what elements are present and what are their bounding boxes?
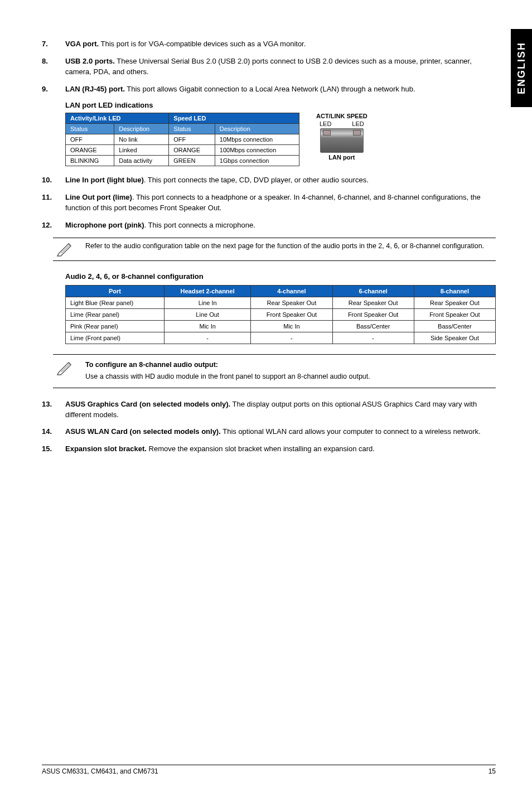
item-text: . This port connects a microphone. <box>144 221 255 229</box>
cell: ORANGE <box>66 145 114 156</box>
list-item: 14.ASUS WLAN Card (on selected models on… <box>42 427 496 437</box>
pencil-icon <box>56 360 74 376</box>
audio-block: Audio 2, 4, 6, or 8-channel configuratio… <box>65 272 496 344</box>
led-subheader: Description <box>114 124 169 134</box>
item-number: 10. <box>42 175 65 186</box>
audio-title: Audio 2, 4, 6, or 8-channel configuratio… <box>65 272 496 281</box>
note-box: Refer to the audio configuration table o… <box>53 238 496 261</box>
cell: Rear Speaker Out <box>332 297 414 308</box>
svg-line-3 <box>61 363 70 372</box>
table-row: Lime (Front panel)---Side Speaker Out <box>66 332 496 344</box>
cell: - <box>164 332 250 344</box>
note-title: To configure an 8-channel audio output: <box>85 360 370 370</box>
item-number: 13. <box>42 399 65 421</box>
cell: Bass/Center <box>414 320 495 332</box>
page-footer: ASUS CM6331, CM6431, and CM6731 15 <box>42 765 496 775</box>
item-number: 11. <box>42 192 65 214</box>
table-row: ORANGELinkedORANGE100Mbps connection <box>66 145 299 156</box>
cell: No link <box>114 134 169 145</box>
note-text: Refer to the audio configuration table o… <box>85 241 484 252</box>
led-subheader: Status <box>66 124 114 134</box>
led-header-speed: Speed LED <box>169 113 299 124</box>
cell: Lime (Front panel) <box>66 332 165 344</box>
item-body: ASUS WLAN Card (on selected models only)… <box>65 427 496 437</box>
led-subheader: Description <box>215 124 299 134</box>
header: Port <box>66 285 165 297</box>
item-body: LAN (RJ-45) port. This port allows Gigab… <box>65 84 496 95</box>
table-row: OFFNo linkOFF10Mbps connection <box>66 134 299 145</box>
item-text: This port is for VGA-compatible devices … <box>99 40 306 48</box>
item-text: This optional WLAN card allows your comp… <box>221 427 481 436</box>
item-lead: Line Out port (lime) <box>65 193 132 201</box>
cell: - <box>332 332 414 344</box>
cell: Rear Speaker Out <box>414 297 495 308</box>
page-number: 15 <box>489 767 496 775</box>
item-number: 7. <box>42 39 65 50</box>
note-text: To configure an 8-channel audio output: … <box>85 360 370 382</box>
item-body: USB 2.0 ports. These Universal Serial Bu… <box>65 56 496 78</box>
diagram-top: ACT/LINK SPEED <box>316 113 367 119</box>
lan-port-diagram: ACT/LINK SPEED LEDLED LAN port <box>316 113 367 161</box>
table-row: Activity/Link LEDSpeed LED <box>66 113 299 124</box>
item-body: VGA port. This port is for VGA-compatibl… <box>65 39 496 50</box>
note-body: Use a chassis with HD audio module in th… <box>85 372 370 382</box>
cell: Front Speaker Out <box>332 308 414 320</box>
header: 4-channel <box>251 285 332 297</box>
svg-line-1 <box>61 244 70 253</box>
cell: Front Speaker Out <box>414 308 495 320</box>
audio-table: PortHeadset 2-channel4-channel6-channel8… <box>65 285 496 344</box>
header: 8-channel <box>414 285 495 297</box>
cell: Line In <box>164 297 250 308</box>
pencil-icon <box>56 241 74 257</box>
table-row: PortHeadset 2-channel4-channel6-channel8… <box>66 285 496 297</box>
list-item: 10.Line In port (light blue). This port … <box>42 175 496 186</box>
item-body: ASUS Graphics Card (on selected models o… <box>65 399 496 421</box>
language-tab-text: ENGLISH <box>516 42 528 94</box>
table-row: Light Blue (Rear panel)Line InRear Speak… <box>66 297 496 308</box>
cell: Light Blue (Rear panel) <box>66 297 165 308</box>
item-body: Microphone port (pink). This port connec… <box>65 220 496 231</box>
cell: Mic In <box>251 320 332 332</box>
item-number: 8. <box>42 56 65 78</box>
header: Headset 2-channel <box>164 285 250 297</box>
list-item: 9.LAN (RJ-45) port. This port allows Gig… <box>42 84 496 95</box>
language-tab: ENGLISH <box>511 29 532 107</box>
list-item: 7.VGA port. This port is for VGA-compati… <box>42 39 496 50</box>
cell: Lime (Rear panel) <box>66 308 165 320</box>
led-title: LAN port LED indications <box>65 101 496 109</box>
lan-port-icon <box>320 128 364 153</box>
list-item: 11.Line Out port (lime). This port conne… <box>42 192 496 214</box>
item-lead: VGA port. <box>65 40 99 48</box>
cell: Line Out <box>164 308 250 320</box>
cell: OFF <box>169 134 215 145</box>
list-item: 15.Expansion slot bracket. Remove the ex… <box>42 444 496 455</box>
item-text: Remove the expansion slot bracket when i… <box>147 445 375 453</box>
led-block: LAN port LED indications Activity/Link L… <box>65 101 496 166</box>
svg-line-2 <box>60 362 69 371</box>
cell: Mic In <box>164 320 250 332</box>
header: 6-channel <box>332 285 414 297</box>
svg-line-0 <box>60 243 69 252</box>
item-lead: LAN (RJ-45) port. <box>65 85 125 93</box>
cell: Bass/Center <box>332 320 414 332</box>
cell: OFF <box>66 134 114 145</box>
led-table: Activity/Link LEDSpeed LED StatusDescrip… <box>65 113 299 166</box>
item-text: This port allows Gigabit connection to a… <box>125 85 415 93</box>
item-lead: USB 2.0 ports. <box>65 57 115 65</box>
list-item: 12.Microphone port (pink). This port con… <box>42 220 496 231</box>
item-lead: Expansion slot bracket. <box>65 445 147 453</box>
diagram-led-labels: LEDLED <box>316 120 367 127</box>
feature-list: 10.Line In port (light blue). This port … <box>42 175 496 230</box>
list-item: 13.ASUS Graphics Card (on selected model… <box>42 399 496 421</box>
item-lead: ASUS Graphics Card (on selected models o… <box>65 400 230 408</box>
item-lead: Line In port (light blue) <box>65 176 144 184</box>
footer-left: ASUS CM6331, CM6431, and CM6731 <box>42 767 158 775</box>
cell: Pink (Rear panel) <box>66 320 165 332</box>
led-subheader: Status <box>169 124 215 134</box>
cell: - <box>251 332 332 344</box>
diagram-label: LAN port <box>316 154 367 161</box>
cell: ORANGE <box>169 145 215 156</box>
cell: Linked <box>114 145 169 156</box>
item-body: Line Out port (lime). This port connects… <box>65 192 496 214</box>
item-text: These Universal Serial Bus 2.0 (USB 2.0)… <box>65 57 472 76</box>
